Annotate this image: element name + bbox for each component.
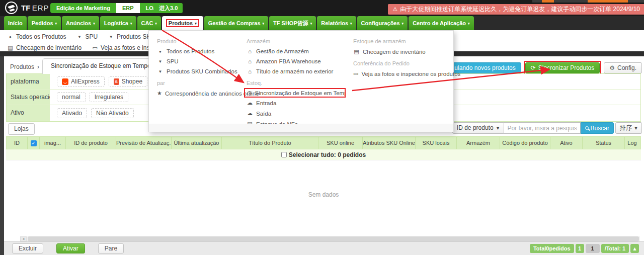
alert-text: 由于大促期间推送订单系统延迟比久，为避免订单迟发，建议手动同步一次订单 2024… [400, 4, 640, 15]
lojas-button[interactable]: Lojas [8, 123, 35, 135]
produtos-dropdown-menu: Produto ●Todos os Produtos ▼SPU ▼Produto… [148, 30, 454, 132]
col-sku-online: SKU online [318, 137, 363, 149]
edition-switch-group: Edição de Marketing ERP LOJAS [50, 3, 170, 13]
col-titulo: Título do Produto [222, 137, 318, 149]
chip-shopee[interactable]: SShopee [109, 76, 147, 87]
chip-normal[interactable]: normal [57, 92, 86, 102]
menu-item-checagem-de-inventario[interactable]: ▤Checagem de inventário [353, 46, 454, 57]
annotation-box-sincronizar: ⟳Sincronizar Produtos [524, 61, 601, 75]
left-edge-strip [0, 56, 4, 255]
select-all-row-checkbox[interactable] [281, 152, 287, 157]
col-imagem: imag... [40, 137, 66, 149]
menu-section-armazem: Armazém [247, 38, 353, 44]
star-icon: ★ [157, 90, 162, 97]
col-ultima-atualizacao: Última atualização [172, 137, 222, 149]
menu-section-conferencia-do-pedido: Conferência do Pedido [353, 60, 454, 66]
total-pages-label: /Total: 1 [601, 244, 629, 253]
menu-item-sincronizacao-estoque[interactable]: ◷Sincronização de Estoque em Tempo Real [244, 88, 346, 98]
gear-icon: ⚙ [609, 63, 615, 73]
menu-item-gestao-de-armazem[interactable]: ⌂Gestão de Armazém [247, 46, 353, 56]
chevron-down-icon: ▾ [263, 22, 265, 25]
dropdown-footer-strip [149, 124, 453, 132]
filter-label-ativo: Ativo [7, 105, 50, 121]
excluir-button[interactable]: Excluir [12, 243, 43, 253]
app-logo: TF ERP [5, 2, 49, 14]
logo-icon [5, 2, 18, 14]
tab-logistica[interactable]: Logística▾ [100, 16, 136, 30]
tab-cac[interactable]: CAC▾ [137, 16, 161, 30]
tab-inicio[interactable]: Início [4, 16, 27, 30]
sort-button[interactable]: 排序▾ [615, 122, 642, 134]
sync-icon: ⟳ [531, 63, 536, 73]
tab-gestao-de-compras[interactable]: Gestão de Compras▾ [204, 16, 268, 30]
chevron-down-icon: ▾ [310, 22, 312, 25]
col-checkbox [28, 137, 40, 149]
menu-item-spu[interactable]: ▼SPU [157, 56, 247, 66]
tab-produtos[interactable]: Produtos▾ [162, 16, 203, 30]
page-input[interactable]: 1 [586, 244, 600, 253]
tab-tfshop[interactable]: TF SHOP货源▾ [269, 16, 316, 30]
tab-centro-de-aplicacao[interactable]: Centro de Aplicação▾ [409, 16, 473, 30]
menu-item-produtos-sku-combinados[interactable]: ▼Produtos SKU Combinados [157, 66, 247, 76]
menu-section-estoque-de-armazem: Estoque de armazém [353, 38, 454, 44]
filter-label-plataforma: plataforma [7, 74, 50, 89]
scroll-left-arrow[interactable]: ◂ [20, 236, 27, 241]
select-all-label: Selecionar tudo: 0 pedidos [289, 151, 366, 158]
chevron-down-icon: ▾ [497, 123, 500, 133]
enter-3-0-button[interactable]: 进入3.0 [154, 3, 183, 13]
search-field-select[interactable]: ID de produto▾ [452, 122, 504, 134]
breadcrumb-produtos[interactable]: Produtos [10, 63, 34, 70]
link-todos-os-produtos[interactable]: ●Todos os Produtos [7, 33, 66, 40]
menu-item-todos-os-produtos[interactable]: ●Todos os Produtos [157, 46, 247, 56]
monitor-icon: ▭ [353, 70, 358, 77]
tab-relatorios[interactable]: Relatórios▾ [317, 16, 356, 30]
cloud-upload-icon: ☁ [247, 100, 253, 106]
brand-tf: TF [21, 4, 30, 12]
chip-ativado[interactable]: Ativado [57, 108, 87, 118]
tab-configuracoes[interactable]: Configurações▾ [357, 16, 408, 30]
chevron-down-icon: ▾ [350, 22, 352, 25]
cloud-download-icon: ☁ [247, 110, 253, 117]
select-all-checkbox[interactable] [31, 140, 37, 146]
config-button[interactable]: ⚙Config. [604, 62, 642, 73]
page-1-button[interactable]: 1 [576, 244, 584, 253]
menu-item-saida[interactable]: ☁Saída [247, 108, 353, 119]
chevron-down-icon: ▾ [468, 22, 470, 25]
monitor-icon: ▭ [92, 45, 98, 51]
ativar-button[interactable]: Ativar [56, 243, 85, 253]
top-header: TF ERP Edição de Marketing ERP LOJAS 进入3… [0, 0, 644, 16]
search-input[interactable] [504, 122, 581, 134]
tab-anuncios[interactable]: Anúncios▾ [62, 16, 99, 30]
menu-item-correspondencia-anuncios[interactable]: ★Correspondência de anúncios online [157, 88, 247, 99]
promo-delay-alert: ⚠ 由于大促期间推送订单系统延迟比久，为避免订单迟发，建议手动同步一次订单 20… [388, 4, 644, 15]
link-checagem-de-inventario[interactable]: ▤Checagem de inventário [7, 44, 82, 51]
search-icon [585, 126, 589, 130]
empty-state: Sem dados [6, 191, 641, 198]
menu-item-amazon-fba-warehouse[interactable]: ⌂Amazon FBA Warehouse [247, 56, 353, 66]
col-armazem: Armazém [457, 137, 500, 149]
aliexpress-icon [62, 78, 68, 85]
col-status: Status [583, 137, 625, 149]
menu-item-entrada[interactable]: ☁Entrada [247, 98, 353, 108]
chevron-down-icon: ▾ [155, 22, 157, 25]
chip-irregulares[interactable]: Irregulares [90, 92, 128, 102]
link-spu[interactable]: ▼SPU [76, 33, 98, 40]
chevron-down-icon: ▾ [195, 22, 197, 25]
col-codigo-produto: Código do produto [500, 137, 550, 149]
notification-fragment [542, 0, 554, 3]
horizontal-scrollbar-thumb[interactable] [28, 236, 639, 241]
chip-aliexpress[interactable]: AliExpress [57, 76, 105, 87]
page-up-button[interactable]: ▴ [630, 244, 639, 253]
home-icon: ⌂ [247, 48, 253, 54]
sincronizar-produtos-button[interactable]: ⟳Sincronizar Produtos [525, 62, 600, 73]
buscar-button[interactable]: Buscar [581, 122, 614, 134]
erp-edition-button[interactable]: ERP [116, 3, 140, 13]
tab-pedidos[interactable]: Pedidos▾ [28, 16, 61, 30]
menu-item-titulo-armazem-exterior[interactable]: ⌂Título de armazém no exterior [247, 66, 353, 76]
select-all-row: Selecionar tudo: 0 pedidos [6, 149, 641, 160]
home-icon: ⌂ [247, 68, 253, 74]
chip-nao-ativado[interactable]: Não Ativado [91, 108, 134, 118]
menu-item-veja-as-fotos[interactable]: ▭Veja as fotos e inspecione os produtos [353, 68, 454, 79]
marketing-edition-button[interactable]: Edição de Marketing [50, 3, 116, 13]
pare-button[interactable]: Pare [98, 243, 124, 253]
